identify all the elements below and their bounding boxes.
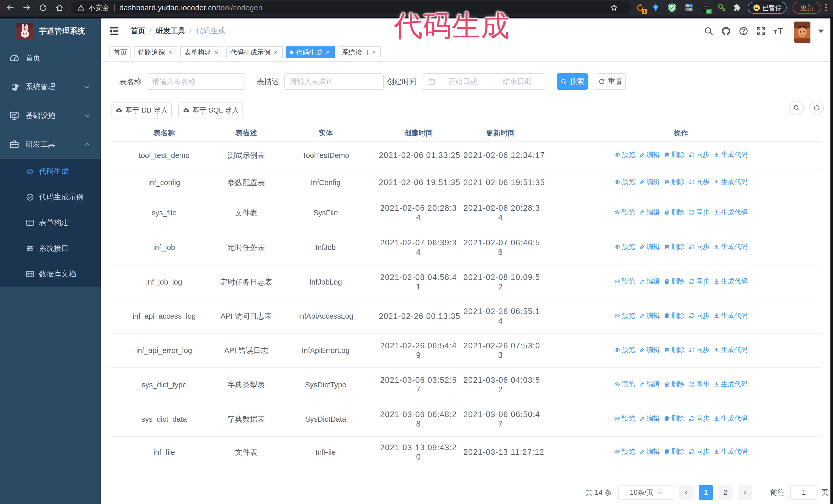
action-edit-button[interactable]: 编辑 [639, 178, 660, 186]
action-generate-code-button[interactable]: 生成代码 [714, 414, 748, 423]
pagination-prev-button[interactable] [679, 485, 694, 500]
browser-address-bar[interactable]: 不安全 dashboard.yudao.iocoder.cn/tool/code… [70, 1, 631, 14]
action-edit-button[interactable]: 编辑 [639, 278, 660, 285]
col-header-created[interactable]: 创建时间 [376, 125, 461, 142]
action-delete-button[interactable]: 删除 [664, 151, 685, 159]
pagination-page-2-button[interactable]: 2 [718, 485, 733, 500]
breadcrumb-devtools[interactable]: 研发工具 [156, 26, 185, 36]
reset-button[interactable]: 重置 [595, 73, 626, 90]
user-avatar[interactable] [794, 22, 810, 43]
action-sync-button[interactable]: 同步 [689, 380, 710, 388]
action-delete-button[interactable]: 删除 [664, 346, 685, 354]
pagination-page-1-button[interactable]: 1 [699, 485, 713, 500]
browser-forward-button[interactable] [21, 2, 32, 13]
extensions-puzzle-icon[interactable] [733, 3, 742, 12]
breadcrumb-home[interactable]: 首页 [130, 26, 145, 36]
sidebar-subitem-3[interactable]: 系统接口 [0, 236, 101, 261]
action-delete-button[interactable]: 删除 [664, 278, 685, 285]
browser-back-button[interactable] [5, 2, 16, 13]
tab-0[interactable]: 首页 [110, 46, 131, 58]
extension-squares-icon[interactable] [684, 3, 694, 12]
extension-dark-on-icon[interactable]: on [701, 3, 710, 12]
action-preview-button[interactable]: 预览 [614, 151, 635, 159]
action-generate-code-button[interactable]: 生成代码 [714, 278, 748, 285]
action-sync-button[interactable]: 同步 [689, 312, 710, 320]
browser-menu-kebab-icon[interactable] [825, 3, 827, 12]
import-db-button[interactable]: 基于 DB 导入 [112, 102, 172, 118]
extension-key-icon[interactable] [717, 3, 727, 12]
action-edit-button[interactable]: 编辑 [639, 312, 660, 320]
sidebar-item-0[interactable]: 首页 [0, 44, 101, 73]
action-preview-button[interactable]: 预览 [614, 448, 635, 456]
sidebar-subitem-2[interactable]: 表单构建 [0, 210, 101, 236]
browser-reload-button[interactable] [38, 2, 49, 13]
action-sync-button[interactable]: 同步 [689, 243, 710, 251]
action-generate-code-button[interactable]: 生成代码 [714, 312, 748, 320]
table-desc-input[interactable] [284, 73, 384, 90]
action-delete-button[interactable]: 删除 [664, 209, 685, 216]
extension-orange-icon[interactable]: 1 [636, 3, 645, 12]
action-generate-code-button[interactable]: 生成代码 [714, 243, 748, 251]
action-sync-button[interactable]: 同步 [689, 278, 710, 285]
github-icon[interactable] [721, 26, 731, 36]
action-edit-button[interactable]: 编辑 [639, 346, 660, 354]
action-delete-button[interactable]: 删除 [664, 448, 685, 456]
action-preview-button[interactable]: 预览 [614, 178, 635, 186]
action-sync-button[interactable]: 同步 [689, 151, 710, 159]
pagination-goto-input[interactable] [790, 485, 817, 500]
action-delete-button[interactable]: 删除 [664, 243, 685, 251]
action-preview-button[interactable]: 预览 [614, 209, 635, 216]
font-size-icon[interactable] [773, 26, 784, 36]
sidebar-toggle-hamburger-icon[interactable] [109, 25, 120, 37]
extension-gem-icon[interactable] [651, 3, 660, 12]
sidebar-subitem-4[interactable]: 数据库文档 [0, 261, 101, 287]
pagination-next-button[interactable] [738, 485, 752, 500]
close-tab-icon[interactable] [273, 49, 279, 55]
action-generate-code-button[interactable]: 生成代码 [714, 178, 748, 186]
action-sync-button[interactable]: 同步 [689, 448, 710, 456]
sidebar-subitem-0[interactable]: 代码生成 [0, 159, 101, 184]
tab-4[interactable]: 代码生成 [286, 46, 335, 58]
user-menu-caret-icon[interactable] [817, 29, 825, 34]
sidebar-item-1[interactable]: 系统管理 [0, 73, 101, 101]
action-delete-button[interactable]: 删除 [664, 178, 685, 186]
action-sync-button[interactable]: 同步 [689, 178, 710, 186]
sidebar-item-3[interactable]: 研发工具 [0, 130, 101, 159]
profile-paused-chip[interactable]: 已暂停 [748, 2, 787, 14]
refresh-table-circle-button[interactable] [809, 101, 824, 115]
action-preview-button[interactable]: 预览 [614, 414, 635, 423]
bookmark-star-icon[interactable] [610, 4, 618, 12]
close-tab-icon[interactable] [214, 49, 219, 55]
col-header-name[interactable]: 表名称 [111, 125, 217, 142]
action-edit-button[interactable]: 编辑 [639, 243, 660, 251]
action-preview-button[interactable]: 预览 [614, 312, 635, 320]
page-size-select[interactable]: 10条/页 [618, 485, 674, 500]
fullscreen-icon[interactable] [756, 26, 766, 36]
security-label[interactable]: 不安全 [89, 3, 109, 12]
extension-green-check-icon[interactable] [667, 3, 677, 12]
close-tab-icon[interactable] [325, 49, 331, 55]
action-preview-button[interactable]: 预览 [614, 243, 635, 251]
tab-1[interactable]: 链路追踪 [134, 46, 177, 58]
action-generate-code-button[interactable]: 生成代码 [714, 448, 748, 456]
sidebar-subitem-1[interactable]: 代码生成示例 [0, 184, 101, 210]
close-tab-icon[interactable] [167, 49, 173, 55]
close-tab-icon[interactable] [371, 49, 377, 55]
tab-2[interactable]: 表单构建 [180, 46, 223, 58]
action-sync-button[interactable]: 同步 [689, 209, 710, 216]
action-edit-button[interactable]: 编辑 [639, 380, 660, 388]
action-delete-button[interactable]: 删除 [664, 414, 685, 423]
date-range-picker[interactable]: 开始日期 - 结束日期 [422, 73, 546, 90]
col-header-updated[interactable]: 更新时间 [461, 125, 540, 142]
toggle-search-circle-button[interactable] [789, 101, 804, 115]
action-edit-button[interactable]: 编辑 [639, 448, 660, 456]
action-sync-button[interactable]: 同步 [689, 346, 710, 354]
action-delete-button[interactable]: 删除 [664, 380, 685, 388]
browser-home-button[interactable] [54, 2, 65, 13]
action-edit-button[interactable]: 编辑 [639, 414, 660, 423]
action-preview-button[interactable]: 预览 [614, 346, 635, 354]
col-header-desc[interactable]: 表描述 [217, 125, 275, 142]
action-preview-button[interactable]: 预览 [614, 380, 635, 388]
action-edit-button[interactable]: 编辑 [639, 209, 660, 216]
browser-update-button[interactable]: 更新 [792, 2, 821, 14]
